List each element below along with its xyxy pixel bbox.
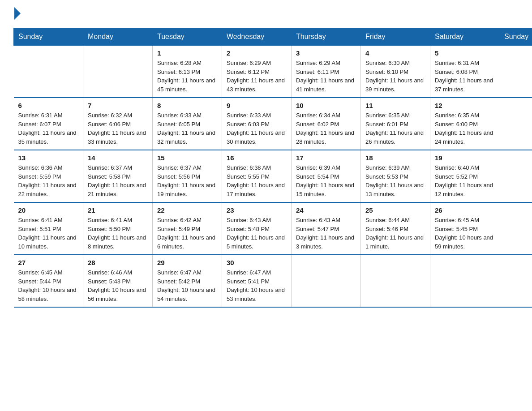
calendar-cell: 29Sunrise: 6:47 AM Sunset: 5:42 PM Dayli… xyxy=(153,255,222,307)
calendar-header-row: SundayMondayTuesdayWednesdayThursdayFrid… xyxy=(14,28,532,46)
day-info: Sunrise: 6:42 AM Sunset: 5:49 PM Dayligh… xyxy=(157,216,217,251)
calendar-cell: 27Sunrise: 6:45 AM Sunset: 5:44 PM Dayli… xyxy=(14,255,83,307)
calendar-cell: 2Sunrise: 6:29 AM Sunset: 6:12 PM Daylig… xyxy=(222,46,292,98)
day-info: Sunrise: 6:35 AM Sunset: 6:00 PM Dayligh… xyxy=(435,111,495,146)
calendar-cell: 12Sunrise: 6:35 AM Sunset: 6:00 PM Dayli… xyxy=(430,98,500,150)
calendar-cell: 4Sunrise: 6:30 AM Sunset: 6:10 PM Daylig… xyxy=(361,46,430,98)
calendar-cell: 7Sunrise: 6:32 AM Sunset: 6:06 PM Daylig… xyxy=(83,98,153,150)
calendar-cell: 24Sunrise: 6:43 AM Sunset: 5:47 PM Dayli… xyxy=(292,202,361,255)
calendar-cell xyxy=(292,255,361,307)
day-number: 14 xyxy=(88,154,148,162)
day-info: Sunrise: 6:36 AM Sunset: 5:59 PM Dayligh… xyxy=(18,163,79,198)
calendar-cell xyxy=(14,46,83,98)
calendar-cell: 30Sunrise: 6:47 AM Sunset: 5:41 PM Dayli… xyxy=(222,255,292,307)
calendar-cell: 8Sunrise: 6:33 AM Sunset: 6:05 PM Daylig… xyxy=(153,98,222,150)
day-number: 25 xyxy=(365,206,425,214)
calendar-cell: 19Sunrise: 6:40 AM Sunset: 5:52 PM Dayli… xyxy=(430,150,500,202)
day-info: Sunrise: 6:33 AM Sunset: 6:05 PM Dayligh… xyxy=(157,111,217,146)
header-tuesday: Tuesday xyxy=(153,28,222,46)
header-sunday: Sunday xyxy=(14,28,83,46)
day-number: 3 xyxy=(296,49,356,57)
day-number: 9 xyxy=(227,102,287,109)
calendar-cell: 23Sunrise: 6:43 AM Sunset: 5:48 PM Dayli… xyxy=(222,202,292,255)
day-info: Sunrise: 6:37 AM Sunset: 5:58 PM Dayligh… xyxy=(88,163,148,198)
day-info: Sunrise: 6:47 AM Sunset: 5:42 PM Dayligh… xyxy=(157,268,217,303)
day-info: Sunrise: 6:43 AM Sunset: 5:48 PM Dayligh… xyxy=(227,216,287,251)
day-info: Sunrise: 6:39 AM Sunset: 5:53 PM Dayligh… xyxy=(365,163,425,198)
day-number: 2 xyxy=(227,49,287,57)
page-header xyxy=(13,9,519,20)
day-number: 26 xyxy=(435,206,495,214)
calendar-cell: 20Sunrise: 6:41 AM Sunset: 5:51 PM Dayli… xyxy=(14,202,83,255)
day-info: Sunrise: 6:45 AM Sunset: 5:44 PM Dayligh… xyxy=(18,268,79,303)
calendar-cell: 5Sunrise: 6:31 AM Sunset: 6:08 PM Daylig… xyxy=(430,46,500,98)
day-number: 30 xyxy=(227,259,287,266)
day-info: Sunrise: 6:31 AM Sunset: 6:07 PM Dayligh… xyxy=(18,111,79,146)
day-number: 20 xyxy=(18,206,79,214)
day-info: Sunrise: 6:29 AM Sunset: 6:11 PM Dayligh… xyxy=(296,59,356,94)
day-info: Sunrise: 6:46 AM Sunset: 5:43 PM Dayligh… xyxy=(88,268,148,303)
day-info: Sunrise: 6:43 AM Sunset: 5:47 PM Dayligh… xyxy=(296,216,356,251)
calendar-cell: 26Sunrise: 6:45 AM Sunset: 5:45 PM Dayli… xyxy=(430,202,500,255)
day-number: 24 xyxy=(296,206,356,214)
day-number: 1 xyxy=(157,49,217,57)
day-number: 23 xyxy=(227,206,287,214)
day-info: Sunrise: 6:44 AM Sunset: 5:46 PM Dayligh… xyxy=(365,216,425,251)
calendar-cell: 13Sunrise: 6:36 AM Sunset: 5:59 PM Dayli… xyxy=(14,150,83,202)
calendar-cell: 9Sunrise: 6:33 AM Sunset: 6:03 PM Daylig… xyxy=(222,98,292,150)
day-number: 13 xyxy=(18,154,79,162)
day-number: 22 xyxy=(157,206,217,214)
header-monday: Monday xyxy=(83,28,153,46)
calendar-cell: 28Sunrise: 6:46 AM Sunset: 5:43 PM Dayli… xyxy=(83,255,153,307)
day-info: Sunrise: 6:34 AM Sunset: 6:02 PM Dayligh… xyxy=(296,111,356,146)
calendar-week-row: 27Sunrise: 6:45 AM Sunset: 5:44 PM Dayli… xyxy=(14,255,532,307)
day-info: Sunrise: 6:41 AM Sunset: 5:51 PM Dayligh… xyxy=(18,216,79,251)
day-info: Sunrise: 6:40 AM Sunset: 5:52 PM Dayligh… xyxy=(435,163,495,198)
calendar-cell xyxy=(430,255,500,307)
day-number: 12 xyxy=(435,102,495,109)
day-info: Sunrise: 6:41 AM Sunset: 5:50 PM Dayligh… xyxy=(88,216,148,251)
day-number: 17 xyxy=(296,154,356,162)
header-saturday: Saturday xyxy=(430,28,500,46)
day-number: 21 xyxy=(88,206,148,214)
calendar-cell: 21Sunrise: 6:41 AM Sunset: 5:50 PM Dayli… xyxy=(83,202,153,255)
calendar-cell xyxy=(83,46,153,98)
column-header-sunday: Sunday xyxy=(500,28,532,46)
calendar-cell: 22Sunrise: 6:42 AM Sunset: 5:49 PM Dayli… xyxy=(153,202,222,255)
day-number: 16 xyxy=(227,154,287,162)
calendar-cell: 10Sunrise: 6:34 AM Sunset: 6:02 PM Dayli… xyxy=(292,98,361,150)
calendar-table: SundayMondayTuesdayWednesdayThursdayFrid… xyxy=(13,28,532,308)
calendar-cell: 3Sunrise: 6:29 AM Sunset: 6:11 PM Daylig… xyxy=(292,46,361,98)
calendar-cell: 14Sunrise: 6:37 AM Sunset: 5:58 PM Dayli… xyxy=(83,150,153,202)
calendar-week-row: 20Sunrise: 6:41 AM Sunset: 5:51 PM Dayli… xyxy=(14,202,532,255)
day-info: Sunrise: 6:39 AM Sunset: 5:54 PM Dayligh… xyxy=(296,163,356,198)
day-info: Sunrise: 6:35 AM Sunset: 6:01 PM Dayligh… xyxy=(365,111,425,146)
day-info: Sunrise: 6:33 AM Sunset: 6:03 PM Dayligh… xyxy=(227,111,287,146)
logo-triangle-icon xyxy=(14,7,21,20)
day-info: Sunrise: 6:37 AM Sunset: 5:56 PM Dayligh… xyxy=(157,163,217,198)
day-number: 8 xyxy=(157,102,217,109)
day-info: Sunrise: 6:28 AM Sunset: 6:13 PM Dayligh… xyxy=(157,59,217,94)
calendar-week-row: 1Sunrise: 6:28 AM Sunset: 6:13 PM Daylig… xyxy=(14,46,532,98)
calendar-week-row: 13Sunrise: 6:36 AM Sunset: 5:59 PM Dayli… xyxy=(14,150,532,202)
calendar-cell: 15Sunrise: 6:37 AM Sunset: 5:56 PM Dayli… xyxy=(153,150,222,202)
day-info: Sunrise: 6:29 AM Sunset: 6:12 PM Dayligh… xyxy=(227,59,287,94)
header-thursday: Thursday xyxy=(292,28,361,46)
header-wednesday: Wednesday xyxy=(222,28,292,46)
header-friday: Friday xyxy=(361,28,430,46)
day-number: 6 xyxy=(18,102,79,109)
day-info: Sunrise: 6:38 AM Sunset: 5:55 PM Dayligh… xyxy=(227,163,287,198)
logo xyxy=(13,9,21,20)
calendar-cell: 1Sunrise: 6:28 AM Sunset: 6:13 PM Daylig… xyxy=(153,46,222,98)
day-number: 11 xyxy=(365,102,425,109)
day-number: 19 xyxy=(435,154,495,162)
day-info: Sunrise: 6:32 AM Sunset: 6:06 PM Dayligh… xyxy=(88,111,148,146)
day-number: 5 xyxy=(435,49,495,57)
day-number: 27 xyxy=(18,259,79,266)
calendar-cell: 16Sunrise: 6:38 AM Sunset: 5:55 PM Dayli… xyxy=(222,150,292,202)
calendar-cell: 6Sunrise: 6:31 AM Sunset: 6:07 PM Daylig… xyxy=(14,98,83,150)
calendar-cell: 17Sunrise: 6:39 AM Sunset: 5:54 PM Dayli… xyxy=(292,150,361,202)
day-number: 18 xyxy=(365,154,425,162)
day-info: Sunrise: 6:45 AM Sunset: 5:45 PM Dayligh… xyxy=(435,216,495,251)
calendar-week-row: 6Sunrise: 6:31 AM Sunset: 6:07 PM Daylig… xyxy=(14,98,532,150)
